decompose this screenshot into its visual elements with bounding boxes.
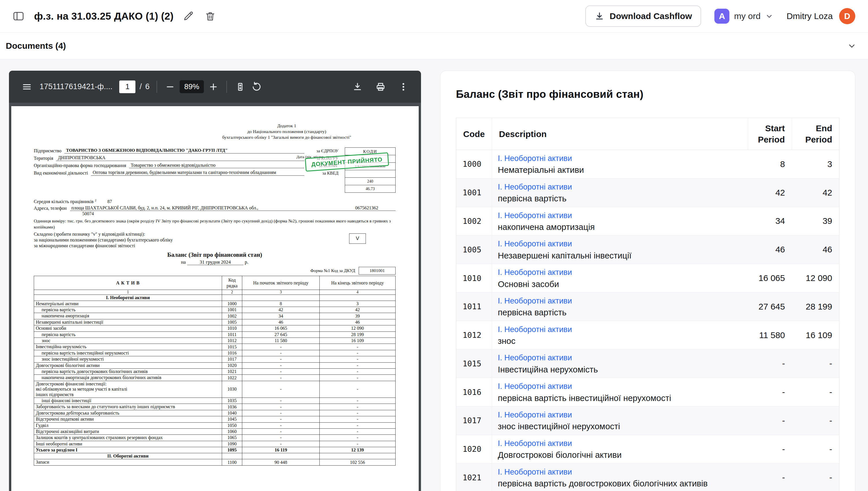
zoom-out-button[interactable] [162, 79, 178, 95]
cell-start-value: 42 [748, 178, 792, 207]
cell-start-value: 8 [748, 150, 792, 179]
pdf-table-row: Незавершені капітальні інвестиції1005464… [34, 319, 396, 325]
trash-icon [205, 11, 216, 22]
category-link[interactable]: І. Необоротні активи [498, 410, 742, 420]
pdf-form-row: Організаційно-правова форма господарюван… [34, 163, 338, 169]
address-row-2: 50074 [82, 211, 396, 216]
category-link[interactable]: І. Необоротні активи [498, 182, 742, 192]
pdf-table-header: А К Т И В Код рядка На початок звітного … [34, 276, 396, 290]
chevron-down-icon[interactable] [847, 41, 857, 51]
cell-description: І. Необоротні активипервісна вартість до… [492, 463, 748, 491]
balance-table: Code Description Start Period End Period… [456, 118, 839, 491]
pdf-table-row: інші фінансові інвестиції1035-- [34, 398, 396, 404]
field-label: Середня кількість працівників [34, 199, 93, 204]
edit-title-button[interactable] [181, 9, 195, 23]
pdf-menu-button[interactable] [19, 79, 35, 95]
download-icon [595, 11, 604, 21]
category-link[interactable]: І. Необоротні активи [498, 268, 742, 277]
description-text: первісна вартість [498, 193, 742, 203]
download-icon [352, 82, 363, 92]
form-label: Форма №1 Код за ДКУД [310, 268, 355, 273]
pdf-table-row: знос101211 58016 109 [34, 338, 396, 344]
pdf-filename: 1751117619421-ф.... [39, 82, 112, 91]
cell-description: І. Необоротні активипервісна вартість [492, 178, 748, 207]
pdf-page: Додаток 1 до Національного положення (ст… [11, 106, 419, 491]
field-value: ДНІПРОПЕТРОВСЬКА [56, 155, 304, 161]
category-link[interactable]: І. Необоротні активи [498, 211, 742, 220]
table-row: 1016І. Необоротні активипервісна вартіст… [456, 378, 839, 406]
zoom-in-button[interactable] [206, 79, 221, 95]
description-text: первісна вартість довгострокових біологі… [498, 478, 742, 488]
footnote-marker: 2 [95, 199, 97, 202]
cell-end-value: 42 [792, 178, 839, 207]
rotate-button[interactable] [248, 79, 265, 95]
pdf-more-button[interactable] [396, 79, 411, 95]
table-row: 1002І. Необоротні активинакопичена аморт… [456, 207, 839, 235]
user-menu[interactable]: Dmitry Loza D [787, 8, 855, 24]
cell-end-value: 3 [792, 150, 839, 179]
pdf-download-button[interactable] [349, 79, 365, 95]
field-label: Адреса, телефон [34, 206, 67, 211]
pdf-print-button[interactable] [373, 79, 389, 95]
app-header: ф.з. на 31.03.25 ДАКО (1) (2) Down [0, 0, 868, 33]
workspace-selector[interactable]: A my ord [714, 9, 773, 24]
pdf-balance-table: А К Т И В Код рядка На початок звітного … [34, 276, 396, 466]
pdf-canvas[interactable]: Додаток 1 до Національного положення (ст… [9, 103, 421, 491]
field-value: Оптова торгівля деревиною, будівельними … [91, 170, 304, 176]
pdf-table-row: Довгострокова дебіторська заборгованість… [34, 410, 396, 416]
sidebar-toggle-icon [12, 10, 25, 23]
cell-description: І. Необоротні активиІнвестиційна нерухом… [492, 349, 748, 378]
table-row: 1011І. Необоротні активипервісна вартіст… [456, 292, 839, 321]
column-header-code: Code [456, 118, 492, 150]
download-cashflow-label: Download Cashflow [609, 11, 692, 21]
cell-start-value: 46 [748, 235, 792, 264]
category-link[interactable]: І. Необоротні активи [498, 382, 742, 391]
kebab-menu-icon [399, 82, 408, 92]
cell-description: І. Необоротні активизнос інвестиційної н… [492, 406, 748, 435]
category-link[interactable]: І. Необоротні активи [498, 154, 742, 163]
cell-start-value: - [748, 349, 792, 378]
page-number-input[interactable]: 1 [119, 81, 135, 93]
pdf-table-row: первісна вартість10014242 [34, 307, 396, 313]
cell-code: 1011 [456, 292, 492, 321]
cell-end-value: 39 [792, 207, 839, 235]
pencil-icon [183, 11, 194, 22]
cell-end-value: - [792, 463, 839, 491]
category-link[interactable]: І. Необоротні активи [498, 325, 742, 334]
category-link[interactable]: І. Необоротні активи [498, 353, 742, 362]
category-link[interactable]: І. Необоротні активи [498, 296, 742, 306]
pdf-col-code: Код рядка [222, 276, 242, 290]
cell-code: 1016 [456, 378, 492, 406]
unit-of-measure-line: Одиниця виміру: тис. грн. без десятковог… [34, 218, 396, 230]
category-link[interactable]: І. Необоротні активи [498, 239, 742, 249]
download-cashflow-button[interactable]: Download Cashflow [585, 5, 701, 27]
pdf-form-row: Вид економічної діяльності Оптова торгів… [34, 170, 338, 176]
documents-section-header[interactable]: Documents (4) [0, 33, 868, 59]
description-text: первісна вартість інвестиційної нерухомо… [498, 393, 742, 403]
kved-code: 46.73 [345, 185, 396, 193]
pdf-col-end: На кінець звітного періоду [320, 276, 396, 290]
pdf-col-aktiv: А К Т И В [34, 276, 222, 290]
delete-document-button[interactable] [203, 9, 217, 23]
cell-code: 1021 [456, 463, 492, 491]
cell-code: 1015 [456, 349, 492, 378]
sidebar-toggle-button[interactable] [10, 8, 27, 24]
pdf-table-row: первісна вартість101127 64528 199 [34, 331, 396, 338]
cell-end-value: - [792, 406, 839, 435]
table-row: 1017І. Необоротні активизнос інвестиційн… [456, 406, 839, 435]
category-link[interactable]: І. Необоротні активи [498, 467, 742, 476]
field-label: Підприємство [34, 148, 61, 153]
cell-code: 1002 [456, 207, 492, 235]
pdf-table-row: знос інвестиційної нерухомості1017-- [34, 356, 396, 362]
table-row: 1001І. Необоротні активипервісна вартіст… [456, 178, 839, 207]
fit-page-button[interactable] [232, 79, 248, 95]
pdf-table-number-row: 1 2 3 4 [34, 290, 396, 294]
documents-label: Documents (4) [6, 41, 66, 51]
field-value: площа ШАХТАРСЬКОЇ СЛАВИ, буд. 2, н.п. 24… [70, 205, 338, 211]
description-text: Довгострокові біологічні активи [498, 450, 742, 460]
compiled-line: Складено (зробити позначку "v" у відпові… [34, 232, 396, 237]
annex-line: до Національного положення (стандарту) [194, 129, 379, 135]
fit-page-icon [235, 82, 245, 92]
category-link[interactable]: І. Необоротні активи [498, 439, 742, 448]
pdf-table-row: Нематеріальні активи100083 [34, 300, 396, 307]
